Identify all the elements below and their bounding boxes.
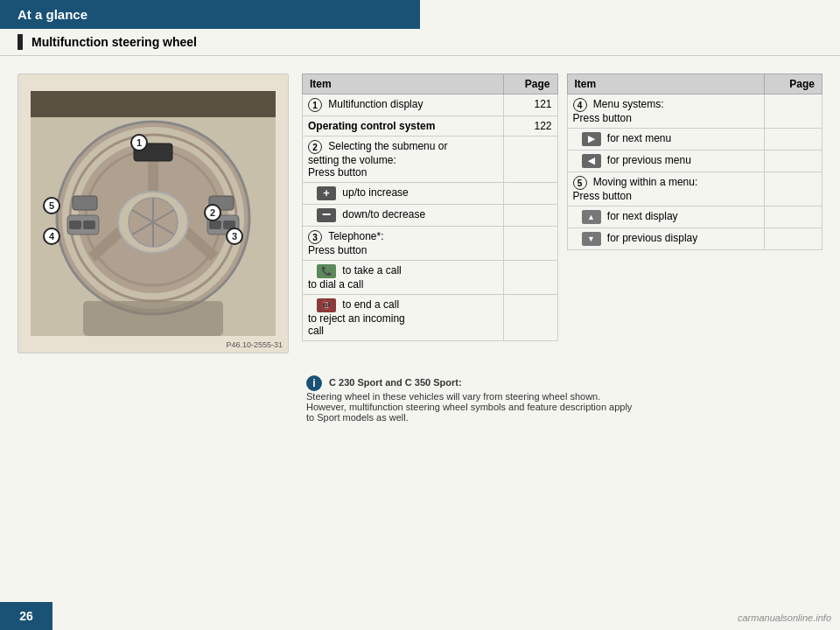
svg-rect-16 xyxy=(83,220,95,229)
page-title: At a glance xyxy=(18,7,88,22)
table-row: ▶ for next menu xyxy=(567,129,822,150)
table-row: + up/to increase xyxy=(303,183,558,205)
watermark: carmanualsonline.info xyxy=(738,612,831,623)
table-row: 📵 to end a callto reject an incomingcall xyxy=(303,295,558,341)
steering-wheel-svg xyxy=(31,91,276,336)
table-row: Operating control system 122 xyxy=(303,116,558,136)
item-num-2: 2 xyxy=(308,140,322,154)
menu-back-icon: ◀ xyxy=(582,154,601,168)
label-down-decrease: down/to decrease xyxy=(342,208,425,220)
label-next-display: for next display xyxy=(607,210,678,222)
right-info-table: Item Page 4 Menu systems:Press button xyxy=(567,74,823,250)
tables-area: Item Page 1 Multifunction display 121 Op… xyxy=(302,74,822,354)
svg-rect-23 xyxy=(31,91,276,117)
plus-icon: + xyxy=(317,186,336,200)
table-row: 1 Multifunction display 121 xyxy=(303,94,558,116)
info-note: i C 230 Sport and C 350 Sport: Steering … xyxy=(289,367,656,431)
label-1: 1 xyxy=(130,134,148,151)
steering-wheel-image: 1 2 3 4 5 P46.10-2555-31 xyxy=(18,74,289,354)
nav-back-icon: ▼ xyxy=(582,232,601,246)
label-5: 5 xyxy=(43,197,60,214)
right-col-page-header: Page xyxy=(764,74,822,94)
label-prev-display: for previous display xyxy=(607,232,697,244)
page-number: 26 xyxy=(0,602,52,630)
steering-wheel-visual: 1 2 3 4 5 xyxy=(18,74,288,353)
table-row: − down/to decrease xyxy=(303,205,558,227)
right-col-item-header: Item xyxy=(567,74,764,94)
item-num-1: 1 xyxy=(308,98,322,112)
menu-forward-icon: ▶ xyxy=(582,132,601,146)
item-label-multifunction: Multifunction display xyxy=(328,98,423,110)
item-num-4: 4 xyxy=(573,98,587,112)
item-num-5: 5 xyxy=(573,176,587,190)
header-bar: At a glance xyxy=(0,0,420,29)
table-row: 4 Menu systems:Press button xyxy=(567,94,822,129)
phone-accept-icon: 📞 xyxy=(317,264,336,278)
table-row: ▼ for previous display xyxy=(567,228,822,250)
svg-rect-21 xyxy=(73,196,97,210)
left-col-page-header: Page xyxy=(504,74,557,94)
label-next-menu: for next menu xyxy=(607,132,671,144)
item-label-moving: Moving within a menu:Press button xyxy=(573,176,698,202)
item-page-122: 122 xyxy=(504,116,557,136)
image-caption: P46.10-2555-31 xyxy=(226,340,283,349)
label-3: 3 xyxy=(226,228,243,245)
item-page-121: 121 xyxy=(504,94,557,116)
item-label-operating: Operating control system xyxy=(308,120,435,132)
note-text: Steering wheel in these vehicles will va… xyxy=(306,391,632,423)
item-num-3: 3 xyxy=(308,230,322,244)
svg-rect-15 xyxy=(69,220,81,229)
label-prev-menu: for previous menu xyxy=(607,154,691,166)
table-row: ▲ for next display xyxy=(567,206,822,228)
minus-icon: − xyxy=(317,208,336,222)
table-row: ◀ for previous menu xyxy=(567,150,822,172)
section-bar: Multifunction steering wheel xyxy=(0,29,840,56)
info-icon: i xyxy=(306,375,322,391)
left-col-item-header: Item xyxy=(303,74,504,94)
table-row: 2 Selecting the submenu orsetting the vo… xyxy=(303,136,558,183)
phone-end-icon: 📵 xyxy=(317,298,336,312)
section-title: Multifunction steering wheel xyxy=(32,35,197,49)
main-content: 1 2 3 4 5 P46.10-2555-31 Item Page 1 xyxy=(0,65,840,362)
item-label-selecting: Selecting the submenu orsetting the volu… xyxy=(308,140,447,178)
table-row: 5 Moving within a menu:Press button xyxy=(567,172,822,206)
note-bold-text: C 230 Sport and C 350 Sport: xyxy=(329,377,462,388)
left-info-table: Item Page 1 Multifunction display 121 Op… xyxy=(302,74,558,341)
label-4: 4 xyxy=(43,228,60,245)
table-row: 📞 to take a callto dial a call xyxy=(303,261,558,295)
section-accent-bar xyxy=(18,34,23,50)
label-2: 2 xyxy=(204,204,221,221)
svg-rect-24 xyxy=(83,301,223,336)
svg-rect-18 xyxy=(209,220,221,229)
label-up-increase: up/to increase xyxy=(342,186,408,199)
table-row: 3 Telephone*:Press button xyxy=(303,227,558,261)
nav-forward-icon: ▲ xyxy=(582,210,601,224)
